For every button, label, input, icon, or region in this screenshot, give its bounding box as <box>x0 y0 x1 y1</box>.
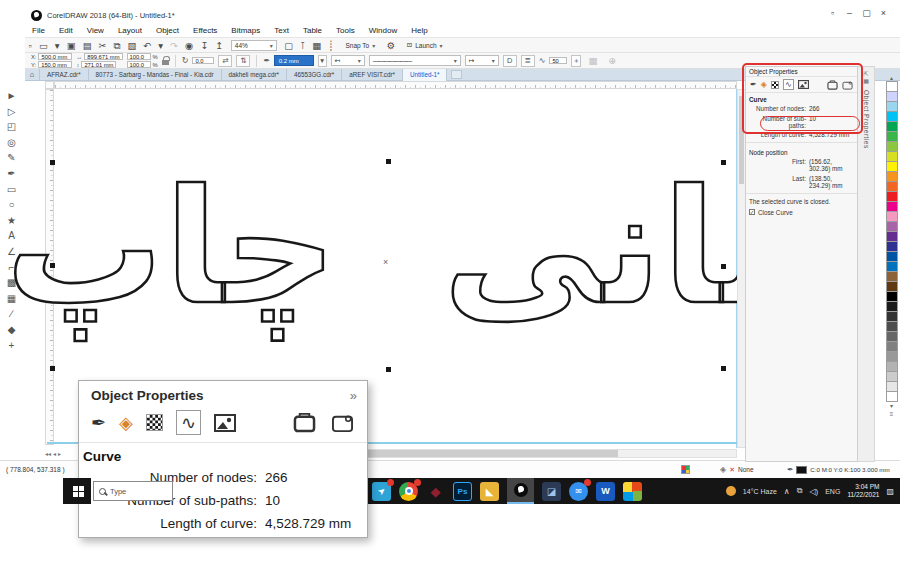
messenger-app-icon[interactable]: ✉ <box>569 482 588 501</box>
document-tab[interactable]: 80773 - Sarbarg - Mandas - Final - Kia.c… <box>89 69 222 81</box>
frame-options-tab-icon[interactable] <box>842 80 853 90</box>
transparency-tab-icon[interactable] <box>146 414 163 431</box>
cut-icon[interactable]: ✂ <box>95 38 110 53</box>
color-swatch[interactable] <box>886 391 898 402</box>
palette-flyout-icon[interactable]: ≡ <box>890 410 894 418</box>
paste-icon[interactable]: ▧ <box>124 38 140 53</box>
artwork-curve-object[interactable]: بانی چاپ <box>48 116 738 378</box>
dock-pin-icon[interactable]: ⇱ <box>858 67 874 77</box>
curve-tab-icon[interactable]: ∿ <box>783 79 794 90</box>
smoothing-field[interactable]: 50 <box>549 57 567 64</box>
close-button[interactable]: × <box>875 8 892 18</box>
object-height-field[interactable]: 271.01 mm <box>81 61 116 68</box>
outline-tab-icon[interactable]: ✒ <box>750 80 757 90</box>
menu-window[interactable]: Window <box>362 26 404 35</box>
language-indicator[interactable]: ENG <box>825 488 840 495</box>
menu-effects[interactable]: Effects <box>186 26 224 35</box>
outline-width-field[interactable]: 0.2 mm <box>274 55 314 66</box>
menu-view[interactable]: View <box>80 26 111 35</box>
photoshop-app-icon[interactable]: Ps <box>453 482 472 501</box>
import-icon[interactable]: ↧ <box>197 38 212 53</box>
fill-tab-icon[interactable]: ◈ <box>119 412 133 434</box>
vertical-scrollbar-thumb[interactable] <box>739 96 744 184</box>
print-icon[interactable]: ▤ <box>79 38 95 53</box>
picture-tab-icon[interactable] <box>798 80 809 89</box>
docker-side-tab-label[interactable]: Object Properties <box>863 90 870 149</box>
frame-tab-icon[interactable] <box>292 412 317 433</box>
fill-tab-icon[interactable]: ◈ <box>761 80 767 90</box>
restore-button[interactable]: ▢ <box>858 8 875 18</box>
selection-handle[interactable] <box>50 263 55 268</box>
selection-handle[interactable] <box>721 160 726 165</box>
zoom-tool[interactable]: ◎ <box>7 137 16 148</box>
chrome-app-icon[interactable] <box>399 482 418 501</box>
open-caret-icon[interactable]: ▾ <box>51 38 63 53</box>
menu-help[interactable]: Help <box>404 26 434 35</box>
ruby-app-icon[interactable]: ◆ <box>426 482 445 501</box>
undo-caret-icon[interactable]: ▾ <box>155 38 167 53</box>
outline-tab-icon[interactable]: ✒ <box>91 412 106 434</box>
ruler-origin[interactable] <box>45 81 54 89</box>
new-tab-button[interactable] <box>451 70 462 79</box>
line-style-dropdown[interactable]: ———————▾ <box>369 55 461 66</box>
document-tab[interactable]: Untitled-1* <box>403 69 447 81</box>
export-icon[interactable]: ↥ <box>212 38 227 53</box>
document-tab[interactable]: dakheli mega.cdr* <box>222 69 287 81</box>
menu-object[interactable]: Object <box>149 26 186 35</box>
welcome-home-tab[interactable]: ⌂ <box>25 69 40 81</box>
photo-viewer-app-icon[interactable]: ◪ <box>542 482 561 501</box>
transparency-tab-icon[interactable] <box>771 81 779 89</box>
horizontal-scrollbar-thumb[interactable] <box>363 450 618 457</box>
scale-x-field[interactable]: 100.0 <box>127 53 151 60</box>
notification-center-icon[interactable]: ▨ <box>886 487 894 496</box>
document-palette-icon[interactable] <box>681 465 690 474</box>
word-app-icon[interactable]: W <box>596 482 615 501</box>
search-content-icon[interactable]: ◉ <box>182 38 197 53</box>
lock-ratio-icon[interactable] <box>162 60 169 65</box>
x-position-field[interactable]: 500.0 mm <box>38 53 72 60</box>
scale-y-field[interactable]: 100.0 <box>127 61 151 68</box>
clock[interactable]: 3:04 PM 11/22/2021 <box>847 483 879 499</box>
menu-text[interactable]: Text <box>267 26 296 35</box>
close-curve-checkbox[interactable]: ✓ <box>749 209 755 215</box>
frame-tab-icon[interactable] <box>827 80 838 90</box>
dock-grid-icon[interactable]: ▦ <box>858 77 874 84</box>
arrow-end-dropdown[interactable]: ↦▾ <box>465 55 499 66</box>
save-icon[interactable]: ▣ <box>63 38 79 53</box>
menu-bitmaps[interactable]: Bitmaps <box>224 26 267 35</box>
prev-page-icon[interactable]: ◂ <box>53 450 56 457</box>
mirror-vertical-button[interactable]: ⇅ <box>236 55 250 67</box>
selection-handle[interactable] <box>386 367 391 372</box>
selection-center-marker[interactable]: × <box>383 257 388 267</box>
show-rulers-icon[interactable]: ⊺ <box>297 38 309 53</box>
office-app-icon[interactable] <box>623 482 642 501</box>
picture-tab-icon[interactable] <box>214 414 236 432</box>
launch-dropdown[interactable]: ⊡ Launch ▾ <box>403 40 447 51</box>
taskbar-search-box[interactable]: Type <box>93 481 173 501</box>
zoom-level-combo[interactable]: 44% ▾ <box>231 40 277 51</box>
menu-layout[interactable]: Layout <box>111 26 149 35</box>
fullscreen-preview-icon[interactable]: ▢ <box>281 38 297 53</box>
selection-handle[interactable] <box>721 264 726 269</box>
mirror-horizontal-button[interactable]: ⇄ <box>218 55 232 67</box>
selection-handle[interactable] <box>50 160 55 165</box>
open-folder-icon[interactable]: ▭ <box>35 38 51 53</box>
document-tab[interactable]: aREF VISIT.cdr* <box>342 69 403 81</box>
show-grid-icon[interactable]: ▦ <box>309 38 325 53</box>
object-width-field[interactable]: 899.671 mm <box>84 53 122 60</box>
copy-icon[interactable]: ⧉ <box>110 38 124 53</box>
arrow-start-dropdown[interactable]: ↤▾ <box>331 55 365 66</box>
show-guidelines-icon[interactable]: ┊ <box>325 38 338 53</box>
network-icon[interactable]: ⧉ <box>797 486 803 496</box>
crop-tool[interactable]: ◰ <box>7 121 16 132</box>
curve-tab-icon[interactable]: ∿ <box>176 410 201 435</box>
y-position-field[interactable]: 150.0 mm <box>38 61 72 68</box>
speaker-icon[interactable]: ◁) <box>809 487 818 496</box>
frame-options-tab-icon[interactable] <box>330 412 355 433</box>
document-tab[interactable]: AFRAZ.cdr* <box>40 69 89 81</box>
wrap-text-button[interactable]: ≣ <box>521 55 535 67</box>
rotation-angle-field[interactable]: 0.0 <box>192 57 214 64</box>
toolbar-options-icon[interactable]: ▫ <box>824 8 841 18</box>
redo-icon[interactable]: ↷ <box>167 38 182 53</box>
snap-to-dropdown[interactable]: Snap To ▾ <box>341 40 379 51</box>
